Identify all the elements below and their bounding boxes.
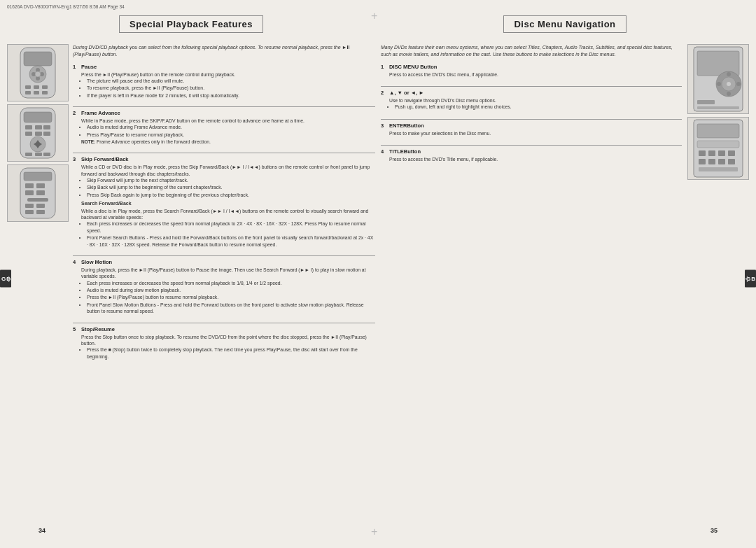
feature-body-3: While a CD or DVD disc is in Play mode, … [81, 164, 375, 248]
svg-rect-53 [697, 124, 739, 138]
feature-stop-resume: 5 Stop/Resume Press the Stop button once… [73, 326, 375, 361]
crosshair-bottom-center: + [371, 526, 377, 538]
disc-feature-body-1: Press to access the DVD's Disc menu, if … [389, 71, 682, 78]
disc-feature-2: 2 ▲, ▼ or ◄, ► Use to navigate through D… [381, 90, 682, 111]
disc-feature-num-3: 3 [381, 122, 386, 129]
svg-rect-58 [728, 150, 735, 156]
left-text-col: During DVD/CD playback you can select fr… [73, 44, 375, 541]
feature-num-3: 3 [73, 156, 78, 162]
dvd-player-image-bottom [687, 117, 749, 180]
feature-skip: 3 Skip Forward/Back While a CD or DVD di… [73, 156, 375, 248]
svg-rect-42 [697, 51, 739, 76]
left-title: Special Playback Features [119, 15, 263, 33]
feature-num-2: 2 [73, 110, 78, 116]
svg-rect-10 [42, 85, 48, 89]
svg-rect-38 [36, 204, 45, 208]
svg-rect-29 [43, 153, 50, 156]
disc-feature-body-3: Press to make your selections in the Dis… [389, 130, 682, 136]
svg-rect-61 [718, 159, 725, 164]
right-section: GB Disc Menu Navigation Many DVDs featur… [381, 15, 749, 541]
svg-rect-33 [36, 183, 45, 188]
feature-num-5: 5 [73, 326, 78, 332]
svg-rect-32 [25, 183, 34, 188]
svg-rect-1 [24, 52, 52, 66]
svg-rect-16 [25, 125, 32, 129]
feature-num-4: 4 [73, 259, 78, 265]
feature-pause: 1 Pause Press the ►II (Play/Pause) butto… [73, 64, 375, 100]
svg-rect-36 [27, 198, 48, 202]
right-intro: Many DVDs feature their own menu systems… [381, 44, 682, 58]
disc-feature-title-1: DISC MENU Button [389, 64, 437, 70]
svg-rect-15 [24, 112, 52, 122]
svg-rect-31 [24, 172, 52, 181]
svg-rect-8 [25, 85, 31, 89]
svg-rect-20 [35, 132, 42, 136]
svg-point-47 [727, 92, 731, 96]
svg-rect-34 [25, 190, 34, 195]
svg-point-45 [727, 82, 731, 86]
disc-feature-num-1: 1 [381, 64, 386, 70]
svg-point-49 [736, 82, 741, 86]
right-title: Disc Menu Navigation [503, 15, 626, 33]
disc-feature-body-4: Press to access the DVD's Title menu, if… [389, 156, 682, 162]
disc-feature-title-2: ▲, ▼ or ◄, ► [389, 90, 424, 96]
left-images-col [7, 44, 69, 541]
svg-point-7 [35, 71, 41, 77]
dvd-player-image-top [687, 44, 749, 114]
feature-title-5: Stop/Resume [81, 326, 115, 332]
crosshair-right-center: + [744, 273, 750, 286]
svg-rect-63 [699, 167, 738, 171]
remote-image-1 [7, 44, 69, 101]
remote-image-3 [7, 164, 69, 222]
svg-rect-40 [36, 210, 45, 214]
feature-body-1: Press the ►II (Play/Pause) button on the… [81, 71, 375, 99]
feature-frame-advance: 2 Frame Advance While in Pause mode, pre… [73, 110, 375, 146]
feature-body-5: Press the Stop button once to stop playb… [81, 334, 375, 360]
svg-rect-17 [35, 125, 42, 129]
right-content: Many DVDs feature their own menu systems… [381, 44, 749, 541]
feature-title-4: Slow Motion [81, 259, 112, 265]
svg-rect-27 [25, 153, 32, 156]
page-num-right: 35 [710, 527, 718, 534]
svg-rect-51 [697, 106, 739, 109]
left-content: During DVD/CD playback you can select fr… [7, 44, 375, 541]
disc-feature-title-3: ENTERButton [389, 122, 424, 129]
svg-rect-56 [708, 150, 715, 156]
remote-image-2 [7, 104, 69, 162]
disc-feature-3: 3 ENTERButton Press to make your selecti… [381, 122, 682, 136]
svg-rect-60 [708, 159, 715, 164]
svg-rect-57 [718, 150, 725, 156]
feature-slow-motion: 4 Slow Motion During playback, press the… [73, 259, 375, 316]
svg-rect-11 [25, 91, 31, 94]
svg-point-46 [727, 72, 731, 76]
disc-feature-4: 4 TITLEButton Press to access the DVD's … [381, 148, 682, 162]
svg-rect-39 [25, 210, 34, 214]
meta-text: 01626A DVD-V8000/TWN-Eng1 8/27/56 8:58 A… [7, 4, 125, 9]
svg-rect-18 [43, 125, 50, 129]
page-wrapper: GB Special Playback Features [0, 0, 756, 548]
right-text-col: Many DVDs feature their own menu systems… [381, 44, 682, 541]
disc-images-col [686, 44, 749, 541]
feature-body-2: While in Pause mode, press the SKIP/F.AD… [81, 118, 375, 146]
svg-rect-59 [699, 159, 706, 164]
svg-rect-9 [34, 85, 39, 89]
crosshair-left-center: + [6, 273, 12, 286]
svg-rect-12 [34, 91, 39, 94]
svg-point-48 [717, 82, 721, 86]
disc-feature-body-2: Use to navigate through DVD's Disc menu … [389, 97, 682, 111]
crosshair-top-center: + [371, 10, 377, 22]
svg-rect-28 [35, 153, 42, 156]
svg-rect-54 [697, 141, 739, 148]
disc-feature-num-2: 2 [381, 90, 386, 96]
svg-rect-19 [25, 132, 32, 136]
feature-body-4: During playback, press the ►II (Play/Pau… [81, 267, 375, 315]
feature-title-1: Pause [81, 64, 97, 70]
feature-num-1: 1 [73, 64, 78, 70]
sub-feature-title-search: Search Forward/Back [81, 200, 375, 207]
left-intro: During DVD/CD playback you can select fr… [73, 44, 375, 58]
svg-rect-35 [36, 190, 45, 195]
svg-rect-62 [728, 159, 735, 164]
svg-rect-13 [42, 91, 48, 94]
feature-title-3: Skip Forward/Back [81, 156, 129, 162]
svg-rect-21 [43, 132, 50, 136]
